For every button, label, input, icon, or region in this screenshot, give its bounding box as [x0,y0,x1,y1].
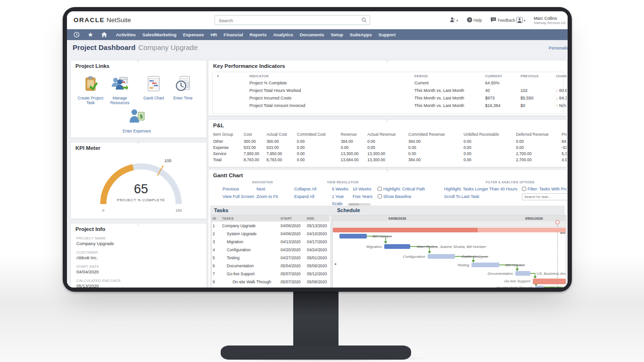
nav-item-reports[interactable]: Reports [250,32,267,37]
enter-time-link[interactable]: Enter Time [168,75,198,100]
feedback-button[interactable]: Feedback [490,17,515,23]
tasks-col-end[interactable]: END [306,215,330,222]
highlight-critical-path-checkbox[interactable]: Highlight: Critical Path [378,187,425,191]
gantt-chart-link[interactable]: Gantt Chart [139,75,169,100]
show-baseline-checkbox[interactable]: Show Baseline [378,194,412,199]
kpi-table-box: ▼ INDICATOR PERIOD CURRENT PREVIOUS CHAN… [212,72,564,114]
tasks-col-id[interactable]: ID [212,215,221,222]
gantt-expand-all-link[interactable]: Expand All [294,194,314,199]
checkbox[interactable] [378,187,382,191]
kpi-col-indicator[interactable]: INDICATOR [246,72,411,79]
enter-expenses-link[interactable]: $ Enter Expenses [122,108,152,133]
kpi-row[interactable]: Project % Complete Current 64.50% [213,79,567,87]
field-value: 05/13/2020 [76,283,99,288]
kpi-col-change[interactable]: CHANGE [552,72,567,79]
task-row[interactable]: 6Documentation05/04/202005/06/2020 [212,262,330,270]
task-row[interactable]: 4Configuration04/20/202004/24/2020 [212,246,330,254]
kpi-row[interactable]: Project Total Hours Worked This Month vs… [213,87,567,94]
drag-handle[interactable]: ⠿ [137,60,140,63]
drag-handle[interactable]: ⠿ [386,170,389,173]
kpi-col-period[interactable]: PERIOD [411,72,481,79]
task-row[interactable]: 3Migration04/13/202004/17/2020 [212,238,330,246]
field-label: START DATE [76,264,99,269]
checkbox[interactable] [522,187,526,191]
task-row[interactable]: 7Go-live Support05/07/202005/12/2020 [212,270,330,278]
highlight-long-tasks-link[interactable]: Highlight: Tasks Longer Than 40 Hours [444,187,517,191]
kpi-row[interactable]: Project Incurred Costs This Month vs. La… [213,94,567,102]
role-switcher-button[interactable]: ▾ [450,17,458,23]
gantt-bar-onsite-walkthrough[interactable] [535,286,544,288]
personalize-link[interactable]: Personalize [549,46,568,50]
gantt-bar-testing[interactable] [471,263,499,267]
drag-handle[interactable]: ⠿ [137,142,140,145]
recent-records-icon[interactable] [74,32,80,38]
nav-item-expenses[interactable]: Expenses [183,32,204,37]
nav-item-financial[interactable]: Financial [223,32,243,37]
task-row[interactable]: 2System Upgrade04/06/202004/10/2020 [212,230,330,238]
nav-item-hr[interactable]: HR [211,32,217,37]
netsuite-logo[interactable]: ORACLENetSuite [74,16,131,24]
create-project-task-link[interactable]: Create Project Task [75,75,106,105]
role-caret-icon: ▾ [455,19,458,22]
filter-tasks-progress-checkbox[interactable]: Filter: Tasks With Progre [522,187,567,191]
gantt-bar-documentation[interactable] [515,271,530,276]
pnl-table: Item GroupCostActual CostCommitted CostR… [213,131,567,163]
gantt-previous-link[interactable]: Previous [223,187,239,191]
task-search-input[interactable] [522,193,567,200]
gantt-6-weeks-link[interactable]: 6 Weeks [332,187,348,191]
tasks-col-tasks[interactable]: TASKS [221,215,280,222]
nav-item-suiteapps[interactable]: SuiteApps [350,32,372,37]
pnl-row: Total8,783.008,783.000.0013,684.0013,300… [213,156,567,163]
assignee-label: _US_Busine [547,286,566,288]
scroll-to-last-task-link[interactable]: Scroll To Last Task [444,194,479,199]
task-row[interactable]: 5Testing04/27/202005/01/2020 [212,254,330,262]
kpi-col-previous[interactable]: PREVIOUS [517,72,552,79]
task-row[interactable]: 8On-site Walk Through05/07/202005/08/202… [212,278,330,286]
svg-text:$: $ [140,114,142,119]
nav-item-support[interactable]: Support [379,32,396,37]
drag-handle[interactable]: ⠿ [386,120,389,123]
checkbox[interactable] [378,194,382,198]
gantt-bar-company-upgrade-remaining[interactable] [478,228,566,232]
drag-handle[interactable]: ⠿ [137,223,140,226]
gantt-bar-migration[interactable] [384,244,410,249]
project-info-title: Project Info [75,226,105,232]
user-info[interactable]: Marc Collins Stairway Services US - Q2 -… [534,16,568,25]
user-menu-button[interactable]: ▾ [516,17,525,23]
help-button[interactable]: ? Help [467,17,482,23]
gantt-1-year-link[interactable]: 1 Year [332,194,344,199]
gantt-bar-system-upgrade[interactable] [339,234,367,239]
kpi-filter-icon[interactable]: ▼ [213,72,246,79]
gantt-collapse-all-link[interactable]: Collapse All [294,187,316,191]
nav-item-documents[interactable]: Documents [300,32,324,37]
gantt-view-full-screen-link[interactable]: View Full Screen [223,194,254,199]
manage-resources-link[interactable]: Manage Resources [105,75,135,105]
kpi-col-current[interactable]: CURRENT [481,72,517,79]
kpi-row[interactable]: Project Total Amount Invoiced This Month… [213,102,567,109]
gantt-bar-golive-support[interactable] [533,279,566,284]
user-name: Marc Collins [534,16,568,21]
nav-item-setup[interactable]: Setup [330,32,343,37]
gantt-bar-company-upgrade[interactable] [333,228,478,232]
global-search-input[interactable] [218,16,359,25]
gantt-10-weeks-link[interactable]: 10 Weeks [353,187,372,191]
gantt-five-years-link[interactable]: Five Years [353,194,372,199]
main-nav: ★ Activities Sales/Marketing Expenses HR… [67,29,568,40]
drag-handle[interactable]: ⠿ [386,60,389,63]
gantt-next-link[interactable]: Next [256,187,265,191]
milestone-marker-icon[interactable] [555,220,560,224]
tasks-col-start[interactable]: START [280,215,306,222]
enter-expenses-icon: $ [128,108,145,125]
home-icon[interactable] [101,32,107,38]
global-search[interactable] [215,15,370,25]
nav-item-analytics[interactable]: Analytics [273,32,293,37]
gantt-zoom-to-fit-link[interactable]: Zoom to Fit [256,194,278,199]
gantt-title: Gantt Chart [213,173,243,178]
field-value: 04/04/2020 [76,269,99,274]
create-task-label: Create Project Task [75,96,106,105]
nav-item-activities[interactable]: Activities [116,32,136,37]
nav-item-sales-marketing[interactable]: Sales/Marketing [142,32,176,37]
shortcuts-star-icon[interactable]: ★ [88,31,93,38]
gantt-bar-configuration[interactable] [428,254,455,259]
task-row[interactable]: 1Company Upgrade04/06/202005/13/2020 [212,222,330,230]
